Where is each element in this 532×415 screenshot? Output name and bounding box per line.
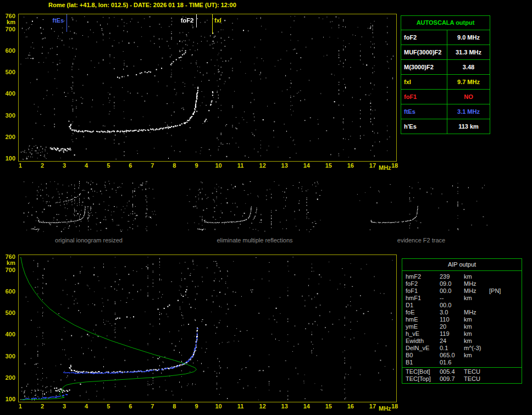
aip-param-note [489,302,522,309]
x-axis-tick-label: 2 [37,162,47,169]
y-axis-tick-label: 600 [0,288,15,295]
autoscala-param-name: foF1 [401,90,447,104]
aip-param-unit: km [464,323,489,330]
x-axis-tick-label: 18 [390,162,400,169]
aip-param-unit: km [464,330,489,337]
autoscala-param-name: fxI [401,75,447,89]
x-axis-tick-label: 14 [302,162,312,169]
aip-param-name: ymE [406,323,440,330]
aip-table-body: hmF2239kmfoF209.0MHzfoF100.0MHz[PN]hmF1-… [402,271,522,383]
aip-param-note [489,359,522,366]
aip-param-note [489,295,522,302]
x-axis-tick-label: 4 [81,162,91,169]
x-axis-tick-label: 6 [125,403,135,410]
aip-param-name: TEC[Top] [406,375,440,383]
aip-param-note [489,273,522,280]
autoscala-param-value: 3.1 MHz [447,104,490,119]
autoscala-param-value: 3.48 [447,60,490,74]
aip-param-unit: MHz [464,287,489,295]
autoscala-table-title: AUTOSCALA output [401,16,490,30]
x-axis-tick-label: 13 [280,162,290,169]
x-axis-tick-label: 13 [280,403,290,410]
autoscala-param-name: foF2 [401,30,447,45]
y-axis-tick-label: 400 [0,90,15,97]
x-axis-tick-label: 16 [346,162,356,169]
y-axis-tick-label: 300 [0,112,15,119]
autoscala-output-table: AUTOSCALA output foF29.0 MHzMUF(3000)F23… [401,15,490,134]
x-axis-tick-label: 6 [125,162,135,169]
aip-row: h_vE119km [402,330,522,337]
aip-param-note [489,309,522,316]
aip-param-name: TEC[Bot] [406,368,440,375]
y-axis-tick-label: 700 [0,26,15,32]
aip-param-name: foE [406,309,440,316]
x-axis-tick-label: 7 [147,162,157,169]
aip-param-unit: km [464,352,489,359]
aip-tec-separator [402,367,522,368]
autoscala-row: h'Es113 km [401,119,490,134]
x-axis-tick-label: 7 [147,403,157,410]
aip-row: Ewidth24km [402,337,522,345]
aip-row: D100.0 [402,302,522,309]
y-axis-tick-label: 400 [0,331,15,337]
aip-param-note [489,352,522,359]
autoscala-row: MUF(3000)F231.3 MHz [401,45,490,59]
y-axis-tick-label: 760 [0,253,15,260]
aip-row: foF209.0MHz [402,280,522,287]
aip-param-value: 110 [440,316,464,323]
aip-param-name: h_vE [406,330,440,337]
aip-param-unit: TECU [464,368,489,375]
aip-param-unit: km [464,337,489,345]
aip-table-title: AIP output [402,259,522,271]
autoscala-param-value: 31.3 MHz [447,45,490,59]
aip-param-name: Ewidth [406,337,440,345]
aip-param-value: 239 [440,273,464,280]
aip-param-note [489,280,522,287]
autoscala-row: ftEs3.1 MHz [401,104,490,119]
aip-param-value: 005.4 [440,368,464,375]
x-axis-tick-label: 1 [15,403,25,410]
autoscala-param-value: NO [447,90,490,104]
aip-param-value: 009.7 [440,375,464,383]
x-axis-tick-label: 14 [302,403,312,410]
aip-param-name: DelN_vE [406,345,440,352]
x-axis-tick-label: 2 [37,403,47,410]
y-axis-tick-label: 100 [0,155,15,162]
autoscala-row: fxI9.7 MHz [401,74,490,89]
aip-param-value: 20 [440,323,464,330]
aip-param-value: 3.0 [440,309,464,316]
aip-param-value: 00.0 [440,287,464,295]
aip-param-name: D1 [406,302,440,309]
y-axis-tick-label: 300 [0,353,15,359]
aip-param-unit: MHz [464,309,489,316]
x-axis-tick-label: 15 [324,162,334,169]
aip-param-unit: MHz [464,280,489,287]
aip-row: TEC[Bot]005.4TECU [402,368,522,375]
aip-param-value: -- [440,295,464,302]
x-axis-tick-label: 8 [169,162,179,169]
aip-param-unit: km [464,295,489,302]
autoscala-param-name: M(3000)F2 [401,60,447,74]
aip-param-value: 119 [440,330,464,337]
ionogram-plot-frame [18,14,397,162]
autoscala-param-name: ftEs [401,104,447,119]
profile-canvas [19,255,396,402]
aip-param-note: [PN] [489,287,522,295]
autoscala-param-name: MUF(3000)F2 [401,45,447,59]
aip-param-name: hmF1 [406,295,440,302]
x-axis-tick-label: 1 [15,162,25,169]
aip-param-name: hmE [406,316,440,323]
aip-row: hmF1--km [402,295,522,302]
aip-param-note [489,337,522,345]
aip-param-name: B0 [406,352,440,359]
aip-param-value: 01.6 [440,359,464,366]
page-title: Rome (lat: +41.8, lon: 012.5) - DATE: 20… [48,2,236,8]
x-axis-tick-label: 5 [103,162,113,169]
aip-param-note [489,345,522,352]
x-axis-tick-label: 8 [169,403,179,410]
y-axis-tick-label: 200 [0,134,15,140]
aip-param-unit [464,302,489,309]
x-axis-tick-label: 11 [236,162,246,169]
x-axis-tick-label: 12 [258,403,268,410]
autoscala-param-value: 9.0 MHz [447,30,490,45]
